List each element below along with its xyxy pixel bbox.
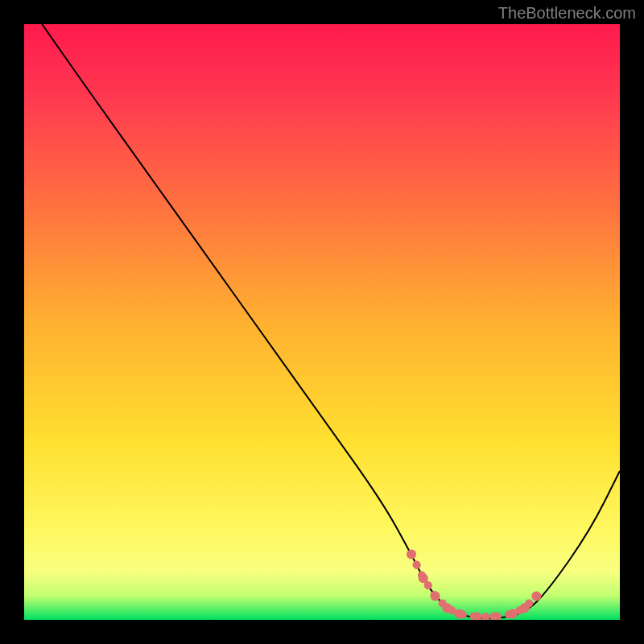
bottleneck-curve: [24, 24, 620, 620]
curve-path: [42, 24, 620, 618]
svg-point-9: [520, 603, 530, 613]
svg-point-8: [508, 609, 518, 619]
svg-point-5: [454, 609, 464, 619]
plot-area: [24, 24, 620, 620]
attribution-text: TheBottleneck.com: [498, 4, 636, 23]
svg-point-2: [419, 573, 428, 583]
svg-point-3: [431, 591, 440, 601]
optimal-region-highlight: [407, 550, 541, 620]
svg-point-4: [442, 603, 452, 613]
svg-point-1: [407, 550, 416, 559]
svg-point-10: [531, 591, 541, 601]
